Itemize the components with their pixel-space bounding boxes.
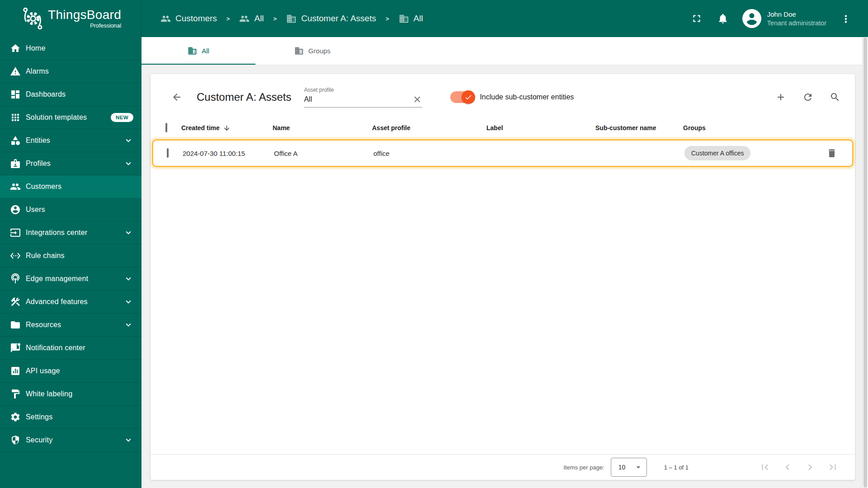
more-vert-icon [840, 13, 852, 25]
sort-desc-icon [223, 124, 231, 132]
chat-icon [10, 343, 21, 353]
table-row[interactable]: 2024-07-30 11:00:15 Office A office Cust… [152, 139, 854, 167]
column-header-asset-profile[interactable]: Asset profile [372, 124, 486, 131]
column-header-sub-customer-name[interactable]: Sub-customer name [595, 124, 683, 131]
items-per-page-label: Items per page: [563, 464, 604, 471]
dashboard-icon [10, 89, 21, 100]
refresh-button[interactable] [799, 88, 817, 106]
select-all-checkbox[interactable] [165, 123, 167, 132]
page-range-label: 1 – 1 of 1 [664, 464, 689, 471]
main-content: All Groups Customer A: Assets Asset prof… [142, 37, 862, 488]
close-icon [412, 94, 422, 104]
user-role: Tenant administrator [767, 19, 826, 27]
scrollbar[interactable] [862, 37, 868, 488]
sidebar-item-white-labeling[interactable]: White labeling [0, 383, 142, 406]
back-button[interactable] [168, 88, 186, 106]
previous-page-button[interactable] [779, 459, 796, 476]
domain-icon [399, 14, 409, 24]
fullscreen-icon [691, 13, 703, 24]
table-empty-space [151, 167, 855, 454]
sidebar-item-resources[interactable]: Resources [0, 314, 142, 337]
notifications-button[interactable] [717, 13, 729, 24]
chevron-down-icon [123, 274, 133, 284]
account-icon [10, 204, 21, 215]
logo-area[interactable]: ThingsBoard Professional [0, 0, 142, 37]
tab-groups[interactable]: Groups [255, 37, 369, 65]
sidebar-item-profiles[interactable]: Profiles [0, 152, 142, 175]
breadcrumb-customers[interactable]: Customers [160, 14, 217, 24]
account-circle-icon [742, 9, 761, 28]
table-header-row: Created time Name Asset profile Label Su… [151, 117, 855, 138]
toggle-thumb [462, 90, 475, 104]
sidebar-item-solution-templates[interactable]: Solution templates NEW [0, 106, 142, 129]
add-button[interactable] [772, 88, 790, 106]
sidebar-item-customers[interactable]: Customers [0, 175, 142, 198]
chevron-down-icon [123, 435, 133, 445]
breadcrumb-customer-a-assets[interactable]: Customer A: Assets [286, 14, 376, 24]
user-info[interactable]: John Doe Tenant administrator [767, 10, 826, 27]
chevron-down-icon [123, 297, 133, 307]
sidebar-item-users[interactable]: Users [0, 198, 142, 221]
sidebar-item-dashboards[interactable]: Dashboards [0, 83, 142, 106]
clear-filter-button[interactable] [412, 94, 422, 104]
breadcrumb-all-customers[interactable]: All [239, 14, 264, 24]
breadcrumb-separator: > [386, 15, 389, 22]
avatar[interactable] [742, 9, 761, 28]
column-header-groups[interactable]: Groups [683, 124, 815, 131]
sidebar-item-alarms[interactable]: Alarms [0, 60, 142, 83]
entities-table-card: Customer A: Assets Asset profile All [151, 74, 855, 480]
column-header-name[interactable]: Name [273, 124, 372, 131]
input-icon [10, 227, 21, 238]
shield-icon [10, 435, 21, 446]
row-checkbox[interactable] [167, 148, 169, 158]
column-header-created-time[interactable]: Created time [181, 124, 273, 132]
plus-icon [775, 92, 786, 103]
sidebar-item-security[interactable]: Security [0, 429, 142, 452]
scrollbar-thumb[interactable] [863, 38, 867, 488]
construction-icon [10, 296, 21, 307]
sidebar-item-advanced-features[interactable]: Advanced features [0, 291, 142, 314]
cell-groups: Customer A offices [684, 146, 814, 160]
wordmark: ThingsBoard Professional [48, 9, 121, 29]
more-menu-button[interactable] [840, 13, 851, 24]
thingsboard-logo-icon [20, 6, 45, 31]
sidebar-item-integrations-center[interactable]: Integrations center [0, 221, 142, 244]
delete-row-button[interactable] [823, 144, 841, 162]
cell-created-time: 2024-07-30 11:00:15 [183, 150, 274, 157]
settings-icon [10, 412, 21, 422]
dropdown-arrow-icon [634, 463, 643, 472]
category-icon [10, 135, 21, 146]
badge-icon [10, 158, 21, 169]
first-page-icon [759, 461, 771, 473]
breadcrumb-all-assets[interactable]: All [399, 14, 423, 24]
column-header-label[interactable]: Label [486, 124, 595, 131]
people-icon [160, 14, 171, 24]
next-page-button[interactable] [802, 459, 819, 476]
breadcrumb-separator: > [274, 15, 277, 22]
first-page-button[interactable] [756, 459, 774, 476]
sidebar-item-edge-management[interactable]: Edge management [0, 267, 142, 291]
tab-all[interactable]: All [142, 37, 255, 65]
asset-profile-filter-value: All [304, 95, 412, 103]
search-button[interactable] [826, 88, 844, 106]
fullscreen-button[interactable] [691, 13, 703, 24]
sidebar-item-entities[interactable]: Entities [0, 129, 142, 152]
sidebar-item-home[interactable]: Home [0, 37, 142, 60]
sidebar-item-settings[interactable]: Settings [0, 406, 142, 429]
apps-icon [10, 112, 21, 123]
paginator: Items per page: 10 1 – 1 of 1 [151, 454, 855, 480]
chevron-down-icon [123, 320, 133, 330]
asset-profile-filter-label: Asset profile [304, 87, 422, 93]
app-edition: Professional [90, 23, 121, 29]
sidebar: Home Alarms Dashboards Solution template… [0, 37, 142, 488]
domain-icon [294, 46, 304, 56]
asset-profile-filter[interactable]: Asset profile All [304, 87, 422, 108]
last-page-button[interactable] [824, 459, 841, 476]
sidebar-item-api-usage[interactable]: API usage [0, 360, 142, 383]
domain-icon [188, 46, 197, 56]
sidebar-item-rule-chains[interactable]: Rule chains [0, 244, 142, 267]
sidebar-item-notification-center[interactable]: Notification center [0, 337, 142, 360]
include-sub-customer-toggle[interactable] [450, 90, 474, 104]
items-per-page-select[interactable]: 10 [611, 458, 647, 477]
chevron-right-icon [804, 461, 816, 473]
